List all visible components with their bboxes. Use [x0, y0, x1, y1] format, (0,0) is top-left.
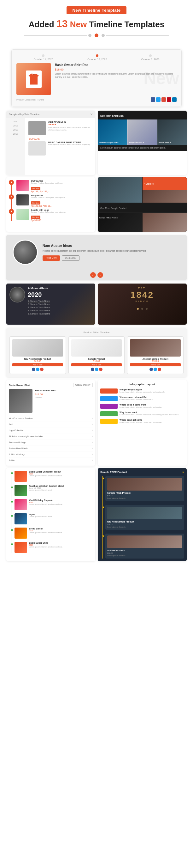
template-3-card: ★ CUPCAKES Sample Product Description te…	[6, 177, 95, 232]
tpl2-close-icon: ✕	[90, 113, 93, 116]
tpl5-img-brown	[143, 213, 187, 232]
tpl13-title: Sample FREE Product	[100, 471, 127, 473]
tpl12-dot-s2	[10, 514, 13, 518]
tpl13-img-2	[107, 507, 182, 519]
tpl5-free-label: Sample FREE Product	[99, 217, 118, 219]
tpl11-bar-col-2	[100, 396, 118, 401]
tpl12-img-s2	[14, 513, 27, 524]
tpl12-img-s1	[14, 485, 27, 496]
tpl13-card-3: Another Product $18.00 Lorem ipsum dolor…	[105, 533, 184, 559]
tpl2-item-2: BASIC CAESAR SHIRT STRIPE Lorem ipsum do…	[28, 141, 92, 156]
tpl5-top-row: + Explore	[98, 177, 187, 203]
tpl2-item-text-1: CAR DE CAMLIN ★★★★★ Lorem ipsum dolor si…	[48, 121, 92, 135]
tpl1-footer: Product Categories: T-Shirts	[16, 97, 177, 102]
tpl4-img-3-overlay: Where does it	[157, 120, 187, 145]
tpl6-nav-prev[interactable]: ‹	[90, 272, 96, 278]
tpl7-album-title: A Music Album	[28, 287, 50, 290]
tpl9-fb-2	[91, 368, 94, 371]
tpl3-btn-2[interactable]: Buy Now	[31, 202, 40, 205]
tpl6-circle-img	[13, 240, 38, 265]
tpl13-desc-1: Lorem ipsum dolor sit.	[107, 497, 182, 499]
tpl10-dropdown[interactable]: Casual shoes ▾	[73, 383, 93, 387]
tpl7-album-art	[9, 287, 25, 303]
tpl11-title: Infographic Layout	[100, 383, 184, 386]
tpl9-product-2-price: $18.00	[71, 360, 122, 362]
tpl6-btn-primary[interactable]: Read More	[43, 255, 60, 261]
tpl2-item-img-2	[28, 141, 46, 156]
tpl6-buttons: Read More Contact Us	[43, 255, 180, 261]
tpl10-item-5-arrow: ›	[92, 441, 93, 444]
tpl10-list-item-6: Trainer Blue Watch ›	[9, 445, 93, 452]
template-10-card: Basic Swear Shirt Casual shoes ▾ Basic S…	[6, 380, 95, 466]
tpl3-btn-1[interactable]: Buy Now	[31, 187, 40, 190]
tpl12-desc-1: Lorem ipsum dolor sit amet consectetur.	[29, 475, 63, 477]
tpl13-desc-3: Lorem ipsum dolor sit.	[107, 555, 182, 557]
tpl7-inner: A Music Album 2020 1. Sample Track Name …	[6, 283, 95, 324]
tpl3-btn-3[interactable]: Buy Now	[31, 216, 40, 219]
tpl13-card-1: Sample FREE Product $18.00 Lorem ipsum d…	[105, 476, 184, 501]
tpl12-green-line	[11, 471, 11, 553]
tpl9-btn-2[interactable]: Add to Cart	[71, 363, 122, 366]
tpl10-item-4-label: Athletics size upright exercise biker	[9, 435, 43, 437]
tpl5-btn-bar: + Explore	[143, 177, 187, 190]
tpl10-item-3-label: Logo Collection	[9, 429, 24, 431]
tpl1-social-icons	[151, 97, 177, 102]
row-tpl7-tpl8: A Music Album 2020 1. Sample Track Name …	[0, 282, 193, 326]
tpl3-text-2: Sunglasses Sample Product Description lo…	[31, 194, 66, 207]
tpl13-price-1: $18.00	[107, 495, 182, 497]
tpl9-btn-1[interactable]: Add to Cart	[12, 363, 63, 366]
tpl1-product-image	[16, 63, 51, 95]
header-section: New Timeline Template Added 13 New Timel…	[0, 0, 193, 47]
tpl8-subtitle: SINCE	[101, 300, 184, 303]
tpl9-fb-1	[32, 368, 35, 371]
tpl10-item-6-label: Trainer Blue Watch	[9, 447, 28, 450]
tpl13-item-3: ★ Another Product $18.00 Lorem ipsum dol…	[105, 533, 184, 559]
tpl3-item-1: ★ CUPCAKES Sample Product Description te…	[9, 180, 93, 192]
tpl11-bar-green	[100, 411, 118, 416]
tpl10-list-item-4: Athletics size upright exercise biker ›	[9, 433, 93, 439]
tpl3-content-1: CUPCAKES Sample Product Description text…	[16, 180, 93, 192]
tpl13-star-2: ★	[102, 505, 105, 509]
tpl3-text-3: Asselo with Logo Sample Product Descript…	[31, 209, 66, 222]
tpl12-title-s1: Toadflax selectum dumbell stand	[29, 485, 64, 487]
tpl13-star-line	[103, 476, 103, 559]
tpl12-item-3: Bread Biscuit 2020 Lorem ipsum dolor sit…	[14, 528, 93, 539]
tpl9-social-1	[12, 368, 63, 371]
tpl4-img-3: Where does it	[157, 120, 187, 145]
tpl9-product-2-name: Sample Product	[71, 358, 122, 360]
tpl1-content: Basic Swear Shirt Red $18.00 Lorem Ipsum…	[16, 63, 177, 95]
tpl7-track-4: 4. Sample Track Name	[28, 309, 50, 312]
tpl10-item-8-arrow: ›	[92, 459, 93, 462]
tpl8-year: 1842	[101, 290, 184, 300]
tpl1-product-info: Basic Swear Shirt Red $18.00 Lorem Ipsum…	[55, 63, 177, 95]
tpl6-btn-secondary[interactable]: Contact Us	[62, 255, 80, 261]
tpl9-btn-3[interactable]: Add to Cart	[130, 363, 181, 366]
title-suffix: Timeline Templates	[89, 20, 164, 29]
tpl13-name-3: Another Product	[107, 549, 182, 552]
tpl11-a4: Lorem ipsum dolor sit amet consectetur a…	[119, 413, 179, 416]
tpl12-text-3: Bread Biscuit 2020 Lorem ipsum dolor sit…	[29, 528, 63, 539]
tpl5-right-col: + Explore	[143, 177, 187, 203]
tpl10-item-8-label: T-Shirt	[9, 459, 15, 462]
tpl11-bar-col-4	[100, 411, 118, 416]
tpl3-desc-2: Sample Product Description lorem ipsum.	[31, 196, 66, 199]
tpl3-timeline: ★ CUPCAKES Sample Product Description te…	[9, 180, 93, 221]
tpl6-nav-next[interactable]: ›	[98, 272, 103, 278]
tpl8-dot-2	[141, 308, 143, 310]
tpl13-star-header: ★	[182, 471, 184, 473]
tpl12-desc-s1: Lorem ipsum dolor sit amet.	[29, 489, 64, 491]
tpl12-title-4: Basic Swear Shirt	[29, 542, 63, 544]
tpl9-product-3-name: Another Sample Product	[130, 358, 181, 360]
tpl12-text-2: Viral Birthday Cupcake 2020 Lorem ipsum …	[29, 499, 63, 510]
tpl8-inner: EST. 1842 SINCE	[98, 283, 187, 324]
tpl5-dark-overlay: Sample FREE Product	[98, 213, 142, 232]
tpl11-row-3: Where does it come from Lorem ipsum dolo…	[100, 404, 184, 409]
tpl10-stock-info: In Stock	[35, 397, 56, 399]
tpl12-text-4: Basic Swear Shirt 2020 Lorem ipsum dolor…	[29, 542, 63, 553]
tpl8-content: EST. 1842 SINCE	[101, 287, 184, 311]
badge-label: New Timeline Template	[67, 6, 126, 14]
tpl10-list-item-7: 1 Shirt with Logo ›	[9, 452, 93, 457]
tpl11-section-1-text: Integer fringilla ligula Lorem ipsum dol…	[119, 389, 165, 393]
tpl2-year-4: 2017	[8, 133, 24, 135]
tpl11-bar-purple	[100, 404, 118, 409]
